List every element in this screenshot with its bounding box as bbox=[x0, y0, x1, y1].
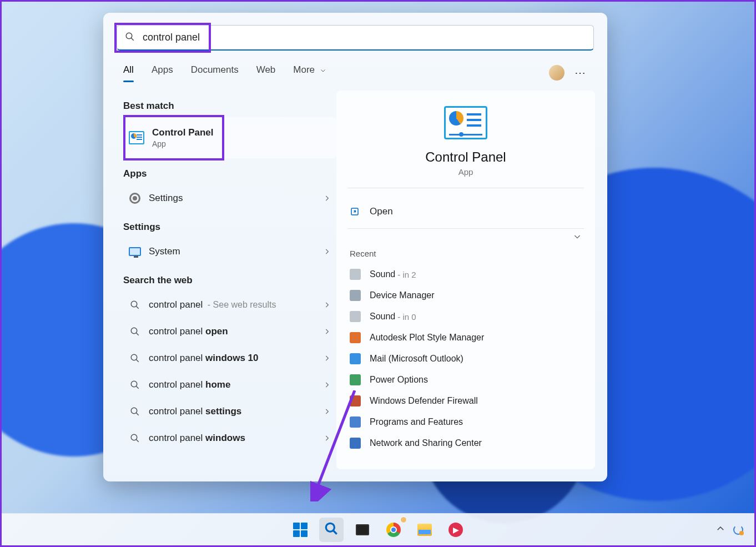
result-setting-system[interactable]: System bbox=[123, 238, 336, 265]
recent-item-icon bbox=[350, 395, 361, 407]
chevron-right-icon bbox=[323, 354, 331, 362]
filter-tab-apps[interactable]: Apps bbox=[152, 64, 173, 81]
search-box[interactable] bbox=[117, 25, 594, 51]
recent-item-3[interactable]: Autodesk Plot Style Manager bbox=[350, 327, 582, 348]
recent-item-5[interactable]: Power Options bbox=[350, 369, 582, 390]
search-icon bbox=[129, 352, 141, 364]
chevron-right-icon bbox=[323, 381, 331, 389]
chevron-right-icon bbox=[323, 408, 331, 415]
result-web-5[interactable]: control panel windows bbox=[123, 425, 336, 451]
control-panel-icon bbox=[129, 130, 144, 145]
preview-card: Control Panel App Open Recent Sound - in… bbox=[336, 91, 595, 469]
recent-item-icon bbox=[350, 311, 361, 322]
result-web-2[interactable]: control panel windows 10 bbox=[123, 345, 336, 372]
search-icon bbox=[129, 405, 141, 418]
system-tray bbox=[715, 524, 743, 536]
preview-subtitle: App bbox=[350, 167, 582, 177]
recent-item-8[interactable]: Network and Sharing Center bbox=[350, 433, 582, 454]
svg-point-12 bbox=[131, 434, 137, 440]
taskbar-chrome-button[interactable] bbox=[381, 518, 406, 542]
recent-item-6[interactable]: Windows Defender Firewall bbox=[350, 390, 582, 411]
recent-item-2[interactable]: Sound - in 0 bbox=[350, 306, 582, 327]
preview-title: Control Panel bbox=[350, 149, 582, 165]
chevron-right-icon bbox=[323, 301, 331, 309]
svg-point-10 bbox=[131, 408, 137, 414]
svg-line-7 bbox=[136, 359, 139, 362]
results-column: Best match Control Panel App Apps Settin… bbox=[103, 91, 336, 469]
recent-item-0[interactable]: Sound - in 2 bbox=[350, 264, 582, 285]
section-apps: Apps bbox=[123, 168, 336, 179]
filter-tab-all[interactable]: All bbox=[123, 64, 134, 81]
filter-tab-web[interactable]: Web bbox=[256, 64, 276, 81]
start-search-panel: All Apps Documents Web More ⋯ Best match… bbox=[103, 13, 607, 481]
result-app-settings[interactable]: Settings bbox=[123, 185, 336, 212]
svg-point-16 bbox=[326, 523, 334, 531]
recent-item-icon bbox=[350, 374, 361, 385]
taskbar-app-button[interactable]: ▶ bbox=[443, 518, 468, 542]
chevron-right-icon bbox=[323, 194, 331, 202]
svg-line-1 bbox=[131, 38, 134, 41]
svg-point-6 bbox=[131, 354, 137, 360]
taskbar: ▶ bbox=[2, 513, 754, 545]
chevron-right-icon bbox=[323, 434, 331, 442]
folder-icon bbox=[417, 524, 432, 536]
tray-sync-icon[interactable] bbox=[733, 525, 743, 535]
chevron-right-icon bbox=[323, 248, 331, 255]
svg-point-2 bbox=[131, 301, 137, 307]
svg-line-11 bbox=[136, 413, 139, 415]
taskbar-start-button[interactable] bbox=[288, 518, 313, 542]
result-web-3[interactable]: control panel home bbox=[123, 372, 336, 398]
more-options-button[interactable]: ⋯ bbox=[574, 66, 587, 79]
svg-point-4 bbox=[131, 328, 137, 334]
recent-item-icon bbox=[350, 332, 361, 343]
search-input[interactable] bbox=[143, 32, 586, 43]
section-web: Search the web bbox=[123, 275, 336, 286]
recent-item-icon bbox=[350, 353, 361, 364]
tray-overflow-button[interactable] bbox=[715, 524, 725, 536]
monitor-icon bbox=[129, 245, 141, 258]
notification-badge bbox=[400, 516, 407, 523]
svg-line-13 bbox=[136, 439, 139, 442]
result-web-1[interactable]: control panel open bbox=[123, 318, 336, 345]
search-icon bbox=[129, 325, 141, 338]
recent-item-4[interactable]: Mail (Microsoft Outlook) bbox=[350, 348, 582, 369]
gear-icon bbox=[129, 192, 141, 204]
open-icon bbox=[350, 207, 360, 217]
recent-item-icon bbox=[350, 290, 361, 301]
result-web-4[interactable]: control panel settings bbox=[123, 398, 336, 425]
preview-open-action[interactable]: Open bbox=[350, 199, 582, 224]
section-settings: Settings bbox=[123, 222, 336, 233]
search-icon bbox=[129, 299, 141, 311]
filter-tab-more[interactable]: More bbox=[293, 64, 326, 81]
preview-expand-toggle[interactable] bbox=[350, 232, 582, 241]
svg-point-0 bbox=[126, 33, 132, 39]
taskbar-search-button[interactable] bbox=[319, 518, 344, 542]
search-icon bbox=[125, 32, 135, 44]
section-best-match: Best match bbox=[123, 101, 336, 112]
user-avatar[interactable] bbox=[549, 65, 565, 81]
result-web-0[interactable]: control panel - See web results bbox=[123, 292, 336, 318]
windows-logo-icon bbox=[293, 523, 308, 537]
recent-item-7[interactable]: Programs and Features bbox=[350, 411, 582, 433]
svg-point-8 bbox=[131, 381, 137, 387]
recent-header: Recent bbox=[350, 249, 582, 258]
search-icon bbox=[129, 379, 141, 391]
taskview-icon bbox=[356, 524, 369, 535]
recent-item-icon bbox=[350, 269, 361, 280]
chevron-down-icon bbox=[320, 67, 326, 74]
svg-line-5 bbox=[136, 333, 139, 335]
app-icon: ▶ bbox=[448, 523, 463, 537]
search-icon bbox=[324, 521, 339, 538]
filter-tab-documents[interactable]: Documents bbox=[191, 64, 239, 81]
chevron-up-icon bbox=[715, 524, 725, 534]
filter-row: All Apps Documents Web More ⋯ bbox=[123, 62, 587, 84]
svg-line-17 bbox=[333, 530, 337, 534]
result-best-control-panel[interactable]: Control Panel App bbox=[123, 117, 336, 158]
taskbar-explorer-button[interactable] bbox=[412, 518, 437, 542]
recent-item-1[interactable]: Device Manager bbox=[350, 285, 582, 306]
taskbar-taskview-button[interactable] bbox=[350, 518, 375, 542]
search-icon bbox=[129, 432, 141, 444]
recent-item-icon bbox=[350, 438, 361, 449]
preview-app-icon bbox=[444, 106, 487, 139]
chrome-icon bbox=[386, 523, 401, 537]
